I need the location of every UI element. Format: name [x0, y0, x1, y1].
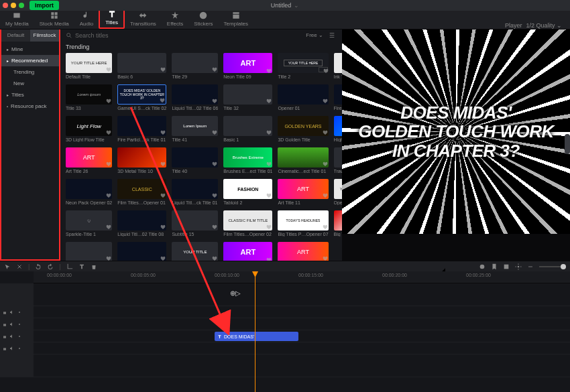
- title-item[interactable]: ART: [223, 242, 272, 261]
- title-item[interactable]: Neon Pack Opener 02: [66, 179, 112, 205]
- tab-effects[interactable]: Effects: [162, 9, 188, 29]
- tab-stickers[interactable]: Stickers: [188, 9, 218, 29]
- title-item[interactable]: YOUR TITLE HEREDefault Title: [66, 53, 112, 79]
- browser-scrollbar[interactable]: [565, 134, 570, 154]
- title-item[interactable]: Title 40: [172, 147, 218, 174]
- tab-my-media[interactable]: My Media: [0, 9, 34, 29]
- sidebar-item-recommended[interactable]: ▸Recommended: [1, 55, 59, 66]
- search-input[interactable]: Search titles: [66, 32, 302, 39]
- sidebar-tab-default[interactable]: Default: [1, 29, 30, 42]
- title-item[interactable]: High Tech…Opener 03: [334, 116, 342, 142]
- title-item[interactable]: 3D Metal Title 10: [117, 147, 166, 174]
- title-item[interactable]: Subtitle 15: [172, 210, 218, 237]
- svg-point-0: [200, 12, 207, 19]
- settings-icon[interactable]: [515, 263, 522, 270]
- import-button[interactable]: Import: [30, 1, 59, 10]
- ruler-tick: 00:00:10:00: [215, 273, 239, 277]
- title-item[interactable]: ARTArt Title 11: [278, 179, 328, 205]
- track-head[interactable]: [0, 342, 34, 354]
- title-item[interactable]: Travel Chic - Title 2: [334, 147, 342, 174]
- title-item[interactable]: INK TITLEInk Title1: [334, 53, 342, 79]
- title-item[interactable]: Light Flow3D Light Flow Title: [66, 116, 112, 142]
- sidebar-item-trending[interactable]: Trending: [1, 66, 59, 78]
- title-item[interactable]: DOES MIDAS' GOLDEN TOUCH WORK IN CHAPTER…: [117, 84, 166, 111]
- sidebar-item-titles[interactable]: ▸Titles: [1, 89, 59, 101]
- track-head[interactable]: [0, 330, 34, 342]
- title-item[interactable]: Cinematic…ect Title 01: [278, 147, 328, 174]
- track-head[interactable]: [0, 306, 34, 318]
- title-item[interactable]: TODAY'S HEADLINESBig Titles P…Opener 07: [278, 210, 328, 237]
- svg-rect-11: [3, 348, 6, 350]
- title-item[interactable]: Liquid Titl…ck Title 01: [172, 179, 218, 205]
- title-item[interactable]: CLASSICFilm Titles…Opener 01: [117, 179, 166, 205]
- title-item[interactable]: Brushes ExtremeBrushes E…ect Title 01: [223, 147, 272, 174]
- title-item[interactable]: ♡Sparkle-Title 1: [66, 210, 112, 237]
- title-item[interactable]: Title 29: [172, 53, 218, 79]
- sidebar-item-new[interactable]: New: [1, 78, 59, 89]
- sidebar-tab-filmstock[interactable]: Filmstock: [30, 29, 59, 42]
- delete-icon[interactable]: [91, 263, 97, 270]
- arrow-tool-icon[interactable]: [4, 263, 11, 270]
- mute-icon[interactable]: [9, 310, 15, 315]
- render-icon[interactable]: [503, 263, 510, 270]
- tab-audio[interactable]: Audio: [74, 9, 99, 29]
- tab-templates[interactable]: Templates: [219, 9, 253, 29]
- title-item[interactable]: YOUR TITLE HEREOpener 1: [334, 179, 342, 205]
- title-item[interactable]: Opener 01: [278, 84, 328, 111]
- marker-icon[interactable]: [491, 263, 498, 270]
- title-item[interactable]: Liquid Titl…02 Title 08: [117, 210, 166, 237]
- zoom-out-icon[interactable]: [527, 263, 534, 270]
- tab-transitions[interactable]: Transitions: [125, 9, 162, 29]
- track-head[interactable]: [0, 318, 34, 330]
- media-tabs: My Media Stock Media Audio Titles Transi…: [0, 11, 570, 29]
- lock-icon[interactable]: [2, 310, 7, 315]
- svg-point-1: [67, 33, 70, 36]
- title-item[interactable]: Basic 6: [117, 53, 166, 79]
- quality-selector[interactable]: 1/2 Quality ⌄: [526, 22, 562, 29]
- title-item[interactable]: Lorem IpsumTitle 41: [172, 116, 218, 142]
- title-item[interactable]: CLASSIC FILM TITLEFilm Titles…Opener 02: [223, 210, 272, 237]
- preview-viewport[interactable]: DOES MIDAS' GOLDEN TOUCH WORK IN CHAPTER…: [342, 29, 570, 234]
- svg-point-6: [19, 312, 20, 313]
- eye-icon[interactable]: [17, 310, 22, 315]
- more-menu[interactable]: ☰: [327, 31, 337, 40]
- sidebar-item-resource-pack[interactable]: •Resource pack: [1, 101, 59, 112]
- redo-icon[interactable]: [47, 263, 54, 270]
- ruler-tick: 00:00:20:00: [382, 273, 407, 277]
- title-item[interactable]: Basic 1: [223, 116, 272, 142]
- timeline[interactable]: 00:00:00:0000:00:05:0000:00:10:0000:00:1…: [0, 271, 570, 392]
- title-item[interactable]: ARTArt Title 26: [66, 147, 112, 174]
- title-item[interactable]: GOLDEN YEARS3D Golden Title: [278, 116, 328, 142]
- title-item[interactable]: FASHIONTabloid 2: [223, 179, 272, 205]
- title-item[interactable]: [66, 242, 112, 261]
- svg-rect-5: [3, 312, 6, 314]
- title-item[interactable]: [117, 242, 166, 261]
- title-item[interactable]: Fire Particl…ck Title 11: [334, 84, 342, 111]
- title-item[interactable]: ART: [278, 242, 328, 261]
- mixer-icon[interactable]: [479, 263, 486, 270]
- playhead[interactable]: [255, 271, 255, 392]
- filter-free[interactable]: Free ⌄: [306, 32, 323, 38]
- title-clip[interactable]: DOES MIDAS': [215, 332, 298, 341]
- sidebar: Default Filmstock ▸Mine▸RecommendedTrend…: [0, 29, 60, 261]
- title-item[interactable]: Liquid Titl…02 Title 06: [172, 84, 218, 111]
- title-item[interactable]: YOUR TITLE HERETitle 2: [278, 53, 328, 79]
- svg-rect-3: [504, 264, 509, 269]
- cut-tool-icon[interactable]: [16, 263, 23, 270]
- project-title: Untitled⌄: [271, 2, 300, 9]
- title-item[interactable]: Fire Particl…ck Title 01: [117, 116, 166, 142]
- text-icon[interactable]: [78, 263, 85, 270]
- undo-icon[interactable]: [35, 263, 42, 270]
- timeline-ruler[interactable]: 00:00:00:0000:00:05:0000:00:10:0000:00:1…: [34, 271, 570, 283]
- title-item[interactable]: ARTNeon Title 09: [223, 53, 272, 79]
- crop-icon[interactable]: [66, 263, 73, 270]
- zoom-slider[interactable]: [539, 266, 566, 267]
- title-item[interactable]: Title 32: [223, 84, 272, 111]
- window-controls[interactable]: [3, 3, 24, 8]
- title-item[interactable]: BIG TITLEBig Titles Pack Title 03: [334, 210, 342, 237]
- title-item[interactable]: YOUR TITLEMinimal Title 04: [172, 242, 218, 261]
- tab-stock-media[interactable]: Stock Media: [34, 9, 74, 29]
- ruler-tick: 00:00:05:00: [131, 273, 156, 277]
- sidebar-item-mine[interactable]: ▸Mine: [1, 44, 59, 55]
- title-item[interactable]: Lorem ipsumTitle 33: [66, 84, 112, 111]
